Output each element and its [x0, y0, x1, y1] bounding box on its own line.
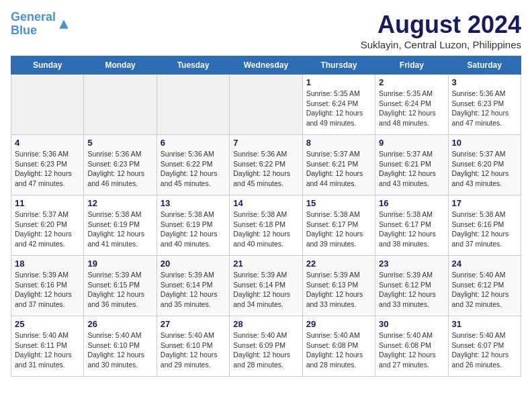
day-header-friday: Friday — [375, 56, 448, 75]
calendar-cell: 6Sunrise: 5:36 AMSunset: 6:22 PMDaylight… — [157, 135, 229, 195]
cell-info: Sunrise: 5:40 AMSunset: 6:08 PMDaylight:… — [379, 330, 444, 370]
cell-info: Sunrise: 5:37 AMSunset: 6:20 PMDaylight:… — [15, 210, 80, 249]
calendar-cell: 24Sunrise: 5:40 AMSunset: 6:12 PMDayligh… — [448, 256, 521, 316]
svg-marker-0 — [59, 19, 68, 28]
calendar-week-5: 25Sunrise: 5:40 AMSunset: 6:11 PMDayligh… — [11, 316, 521, 377]
calendar-cell: 5Sunrise: 5:36 AMSunset: 6:23 PMDaylight… — [84, 135, 157, 195]
calendar-cell: 1Sunrise: 5:35 AMSunset: 6:24 PMDaylight… — [302, 75, 375, 135]
date-number: 4 — [15, 138, 80, 148]
main-title: August 2024 — [361, 11, 521, 39]
date-number: 9 — [379, 138, 444, 148]
calendar-week-2: 4Sunrise: 5:36 AMSunset: 6:23 PMDaylight… — [11, 135, 521, 195]
cell-info: Sunrise: 5:36 AMSunset: 6:23 PMDaylight:… — [15, 149, 80, 189]
date-number: 7 — [233, 138, 298, 148]
date-number: 20 — [161, 259, 226, 269]
calendar-cell: 10Sunrise: 5:37 AMSunset: 6:20 PMDayligh… — [448, 135, 521, 195]
date-number: 1 — [306, 77, 371, 87]
day-header-wednesday: Wednesday — [230, 56, 302, 75]
cell-info: Sunrise: 5:39 AMSunset: 6:14 PMDaylight:… — [161, 270, 226, 310]
date-number: 28 — [233, 319, 298, 329]
calendar-cell: 15Sunrise: 5:38 AMSunset: 6:17 PMDayligh… — [302, 195, 375, 256]
calendar-cell: 22Sunrise: 5:39 AMSunset: 6:13 PMDayligh… — [302, 256, 375, 316]
calendar-cell: 27Sunrise: 5:40 AMSunset: 6:10 PMDayligh… — [157, 316, 229, 377]
calendar-cell: 11Sunrise: 5:37 AMSunset: 6:20 PMDayligh… — [11, 195, 84, 256]
cell-info: Sunrise: 5:37 AMSunset: 6:21 PMDaylight:… — [306, 149, 371, 189]
cell-info: Sunrise: 5:39 AMSunset: 6:16 PMDaylight:… — [15, 270, 80, 310]
cell-info: Sunrise: 5:36 AMSunset: 6:23 PMDaylight:… — [452, 89, 517, 128]
date-number: 22 — [306, 259, 371, 269]
cell-info: Sunrise: 5:40 AMSunset: 6:11 PMDaylight:… — [15, 330, 80, 370]
title-section: August 2024 Suklayin, Central Luzon, Phi… — [361, 11, 521, 50]
date-number: 14 — [233, 198, 298, 208]
date-number: 6 — [161, 138, 226, 148]
calendar-body: 1Sunrise: 5:35 AMSunset: 6:24 PMDaylight… — [11, 75, 521, 377]
date-number: 13 — [161, 198, 226, 208]
calendar-cell: 19Sunrise: 5:39 AMSunset: 6:15 PMDayligh… — [84, 256, 157, 316]
date-number: 21 — [233, 259, 298, 269]
date-number: 29 — [306, 319, 371, 329]
date-number: 15 — [306, 198, 371, 208]
calendar-cell: 20Sunrise: 5:39 AMSunset: 6:14 PMDayligh… — [157, 256, 229, 316]
date-number: 11 — [15, 198, 80, 208]
date-number: 5 — [87, 138, 152, 148]
date-number: 23 — [379, 259, 444, 269]
calendar-week-3: 11Sunrise: 5:37 AMSunset: 6:20 PMDayligh… — [11, 195, 521, 256]
cell-info: Sunrise: 5:36 AMSunset: 6:23 PMDaylight:… — [87, 149, 152, 189]
date-number: 25 — [15, 319, 80, 329]
logo-general: General — [11, 10, 56, 24]
calendar-cell: 16Sunrise: 5:38 AMSunset: 6:17 PMDayligh… — [375, 195, 448, 256]
cell-info: Sunrise: 5:38 AMSunset: 6:17 PMDaylight:… — [306, 210, 371, 249]
calendar-cell: 2Sunrise: 5:35 AMSunset: 6:24 PMDaylight… — [375, 75, 448, 135]
logo-text: General Blue — [11, 11, 56, 38]
cell-info: Sunrise: 5:39 AMSunset: 6:13 PMDaylight:… — [306, 270, 371, 310]
calendar-cell: 30Sunrise: 5:40 AMSunset: 6:08 PMDayligh… — [375, 316, 448, 377]
cell-info: Sunrise: 5:40 AMSunset: 6:12 PMDaylight:… — [452, 270, 517, 310]
cell-info: Sunrise: 5:40 AMSunset: 6:10 PMDaylight:… — [87, 330, 152, 370]
calendar-week-4: 18Sunrise: 5:39 AMSunset: 6:16 PMDayligh… — [11, 256, 521, 316]
date-number: 16 — [379, 198, 444, 208]
day-header-monday: Monday — [84, 56, 157, 75]
cell-info: Sunrise: 5:40 AMSunset: 6:08 PMDaylight:… — [306, 330, 371, 370]
calendar-cell: 12Sunrise: 5:38 AMSunset: 6:19 PMDayligh… — [84, 195, 157, 256]
date-number: 18 — [15, 259, 80, 269]
calendar-cell: 4Sunrise: 5:36 AMSunset: 6:23 PMDaylight… — [11, 135, 84, 195]
calendar-cell: 23Sunrise: 5:39 AMSunset: 6:12 PMDayligh… — [375, 256, 448, 316]
cell-info: Sunrise: 5:38 AMSunset: 6:19 PMDaylight:… — [87, 210, 152, 249]
calendar-cell: 7Sunrise: 5:36 AMSunset: 6:22 PMDaylight… — [230, 135, 302, 195]
date-number: 12 — [87, 198, 152, 208]
subtitle: Suklayin, Central Luzon, Philippines — [361, 39, 521, 50]
date-number: 27 — [161, 319, 226, 329]
logo-icon — [57, 17, 71, 31]
cell-info: Sunrise: 5:38 AMSunset: 6:19 PMDaylight:… — [161, 210, 226, 249]
date-number: 10 — [452, 138, 517, 148]
calendar-cell: 17Sunrise: 5:38 AMSunset: 6:16 PMDayligh… — [448, 195, 521, 256]
calendar-cell: 28Sunrise: 5:40 AMSunset: 6:09 PMDayligh… — [230, 316, 302, 377]
date-number: 24 — [452, 259, 517, 269]
day-header-thursday: Thursday — [302, 56, 375, 75]
date-number: 31 — [452, 319, 517, 329]
date-number: 8 — [306, 138, 371, 148]
calendar-week-1: 1Sunrise: 5:35 AMSunset: 6:24 PMDaylight… — [11, 75, 521, 135]
calendar-cell: 26Sunrise: 5:40 AMSunset: 6:10 PMDayligh… — [84, 316, 157, 377]
cell-info: Sunrise: 5:37 AMSunset: 6:20 PMDaylight:… — [452, 149, 517, 189]
calendar-cell — [11, 75, 84, 135]
calendar-cell: 3Sunrise: 5:36 AMSunset: 6:23 PMDaylight… — [448, 75, 521, 135]
calendar-cell: 29Sunrise: 5:40 AMSunset: 6:08 PMDayligh… — [302, 316, 375, 377]
cell-info: Sunrise: 5:37 AMSunset: 6:21 PMDaylight:… — [379, 149, 444, 189]
calendar-header-row: SundayMondayTuesdayWednesdayThursdayFrid… — [11, 56, 521, 75]
logo: General Blue — [11, 11, 71, 38]
calendar-cell: 13Sunrise: 5:38 AMSunset: 6:19 PMDayligh… — [157, 195, 229, 256]
cell-info: Sunrise: 5:40 AMSunset: 6:07 PMDaylight:… — [452, 330, 517, 370]
calendar-cell: 31Sunrise: 5:40 AMSunset: 6:07 PMDayligh… — [448, 316, 521, 377]
calendar-cell: 21Sunrise: 5:39 AMSunset: 6:14 PMDayligh… — [230, 256, 302, 316]
cell-info: Sunrise: 5:39 AMSunset: 6:15 PMDaylight:… — [87, 270, 152, 310]
cell-info: Sunrise: 5:35 AMSunset: 6:24 PMDaylight:… — [306, 89, 371, 128]
cell-info: Sunrise: 5:36 AMSunset: 6:22 PMDaylight:… — [161, 149, 226, 189]
cell-info: Sunrise: 5:39 AMSunset: 6:12 PMDaylight:… — [379, 270, 444, 310]
page-header: General Blue August 2024 Suklayin, Centr… — [11, 11, 521, 50]
calendar-cell — [157, 75, 229, 135]
date-number: 17 — [452, 198, 517, 208]
calendar-cell — [230, 75, 302, 135]
date-number: 3 — [452, 77, 517, 87]
calendar-cell: 14Sunrise: 5:38 AMSunset: 6:18 PMDayligh… — [230, 195, 302, 256]
